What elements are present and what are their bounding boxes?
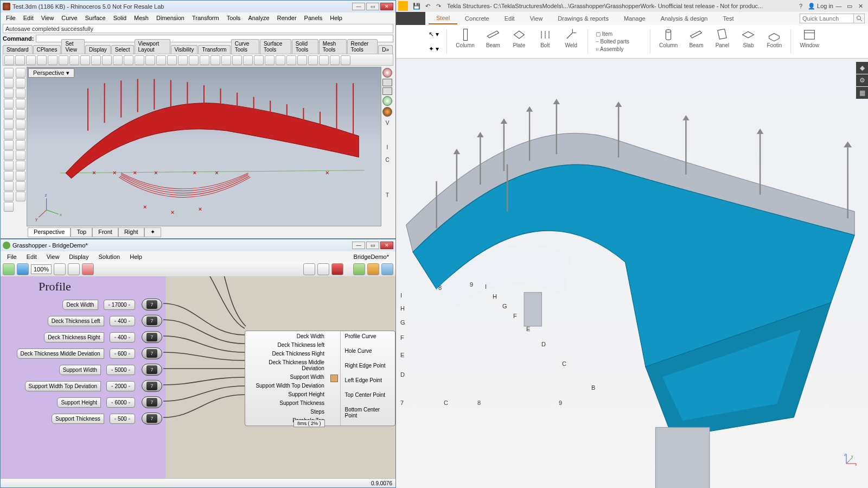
menu-mesh[interactable]: Mesh: [131, 14, 152, 22]
minimize-button[interactable]: —: [833, 2, 844, 10]
toolbar-button[interactable]: [91, 55, 101, 65]
materials-icon[interactable]: [382, 96, 392, 106]
lock-icon[interactable]: [367, 263, 379, 275]
tool-button[interactable]: [4, 78, 14, 88]
tool-button[interactable]: [4, 171, 14, 181]
preview-red-icon[interactable]: [331, 263, 343, 275]
minimize-button[interactable]: —: [352, 242, 365, 249]
viewtab-right[interactable]: Right: [118, 227, 144, 237]
minimize-button[interactable]: —: [352, 3, 365, 10]
tool-button[interactable]: [4, 88, 14, 98]
toolbar-button[interactable]: [48, 55, 58, 65]
side-letter[interactable]: T: [382, 192, 392, 198]
ribbontab-test[interactable]: Test: [715, 13, 741, 24]
gh-param-row[interactable]: Deck Thickness Middle Deviation◦ 600 ◦7: [17, 347, 162, 360]
pointer-tool[interactable]: ↖ ▾: [429, 30, 439, 38]
rhino-titlebar[interactable]: Test.3dm (1186 KB) - Rhinoceros 5.0 Not …: [1, 1, 395, 12]
tab-visibility[interactable]: Visibility: [171, 45, 198, 54]
toolbar-button[interactable]: [37, 55, 47, 65]
tool-button[interactable]: [16, 181, 25, 191]
wire-icon[interactable]: [317, 263, 329, 275]
toolbar-button[interactable]: [308, 55, 318, 65]
tekla-3d-view[interactable]: ◆ ⚙ ▦ I H G: [396, 59, 868, 488]
param-value[interactable]: ◦ 5000 ◦: [106, 365, 135, 375]
tab-solidtools[interactable]: Solid Tools: [292, 39, 318, 54]
gh-param-row[interactable]: Deck Thickness Left◦ 400 ◦7: [48, 314, 162, 327]
menu-solid[interactable]: Solid: [110, 14, 130, 22]
toolbar-button[interactable]: [276, 55, 285, 65]
beam-tool[interactable]: Beam: [480, 27, 506, 56]
toolbar-button[interactable]: [210, 55, 220, 65]
toolbar-button[interactable]: [15, 55, 25, 65]
maximize-button[interactable]: ▭: [366, 3, 379, 10]
ribbontab-manage[interactable]: Manage: [616, 13, 653, 24]
tool-button[interactable]: [4, 150, 14, 160]
side-panel-settings-icon[interactable]: ⚙: [856, 74, 868, 86]
tool-button[interactable]: [4, 99, 14, 109]
toolbar-button[interactable]: [200, 55, 209, 65]
tool-button[interactable]: [4, 181, 14, 191]
tool-button[interactable]: [16, 109, 25, 119]
maximize-button[interactable]: ▭: [366, 242, 379, 249]
save-icon[interactable]: [17, 263, 29, 275]
ribbontab-view[interactable]: View: [522, 13, 551, 24]
tekla-titlebar[interactable]: 💾 ↶ ↷ Tekla Structures - C:\TeklaStructu…: [396, 0, 868, 12]
tab-surfacetools[interactable]: Surface Tools: [260, 39, 291, 54]
toolbar-button[interactable]: [232, 55, 242, 65]
menu-render[interactable]: Render: [274, 14, 300, 22]
login-link[interactable]: Log in: [817, 3, 833, 9]
zoom-level[interactable]: 100%: [31, 264, 52, 274]
tool-button[interactable]: [16, 140, 25, 150]
param-value[interactable]: ◦ 17000 ◦: [104, 300, 135, 310]
tool-button[interactable]: [4, 130, 14, 140]
tool-button[interactable]: [4, 192, 14, 201]
side-panel-properties-icon[interactable]: ◆: [856, 62, 868, 74]
render-preview-icon[interactable]: [382, 68, 392, 78]
menu-display[interactable]: Display: [65, 252, 93, 261]
gh-param-row[interactable]: Support Width◦ 5000 ◦7: [59, 363, 162, 376]
tool-button[interactable]: [16, 68, 25, 78]
param-capsule[interactable]: 7: [142, 380, 162, 392]
toolbar-button[interactable]: [135, 55, 144, 65]
panel-button[interactable]: [382, 87, 392, 95]
toolbar-button[interactable]: [286, 55, 296, 65]
slab-tool[interactable]: Slab: [735, 27, 761, 56]
side-letter[interactable]: C: [382, 157, 392, 163]
tab-transform[interactable]: Transform: [198, 45, 230, 54]
viewtab-top[interactable]: Top: [71, 227, 92, 237]
tab-cplanes[interactable]: CPlanes: [33, 45, 61, 54]
zoom-extents-icon[interactable]: [54, 263, 66, 275]
viewtab-add[interactable]: ✦: [144, 227, 161, 237]
menu-edit[interactable]: Edit: [20, 14, 37, 22]
ribbontab-drawings[interactable]: Drawings & reports: [550, 13, 616, 24]
tab-display[interactable]: Display: [85, 45, 111, 54]
ribbontab-steel[interactable]: Steel: [429, 12, 457, 24]
tab-rendertools[interactable]: Render Tools: [347, 39, 378, 54]
menu-tools[interactable]: Tools: [224, 14, 244, 22]
maximize-button[interactable]: ▭: [844, 2, 855, 10]
column-tool[interactable]: Column: [450, 27, 480, 56]
param-value[interactable]: ◦ 6000 ◦: [106, 397, 135, 408]
param-value[interactable]: ◦ 400 ◦: [110, 332, 135, 343]
settings-icon[interactable]: [381, 263, 393, 275]
tool-button[interactable]: [16, 78, 25, 88]
menu-help[interactable]: Help: [125, 252, 146, 261]
toolbar-button[interactable]: [297, 55, 307, 65]
panel-button[interactable]: [382, 79, 392, 86]
close-button[interactable]: ✕: [380, 3, 393, 10]
toolbar-button[interactable]: [156, 55, 166, 65]
ribbontab-edit[interactable]: Edit: [497, 13, 522, 24]
gh-param-row[interactable]: Support Height◦ 6000 ◦7: [57, 396, 162, 409]
weld-tool[interactable]: Weld: [558, 27, 584, 56]
assembly-tool[interactable]: ⌗ Assembly: [596, 46, 629, 53]
toolbar-button[interactable]: [330, 55, 340, 65]
tab-select[interactable]: Select: [111, 45, 134, 54]
param-value[interactable]: ◦ 2000 ◦: [106, 381, 135, 391]
magic-tool[interactable]: ✦ ▾: [429, 45, 439, 53]
gh-param-row[interactable]: Deck Width◦ 17000 ◦7: [62, 298, 162, 311]
menu-help[interactable]: Help: [327, 14, 346, 22]
close-button[interactable]: ✕: [380, 242, 393, 249]
tool-button[interactable]: [16, 130, 25, 140]
tab-standard[interactable]: Standard: [3, 45, 33, 54]
tool-button[interactable]: [4, 119, 14, 129]
